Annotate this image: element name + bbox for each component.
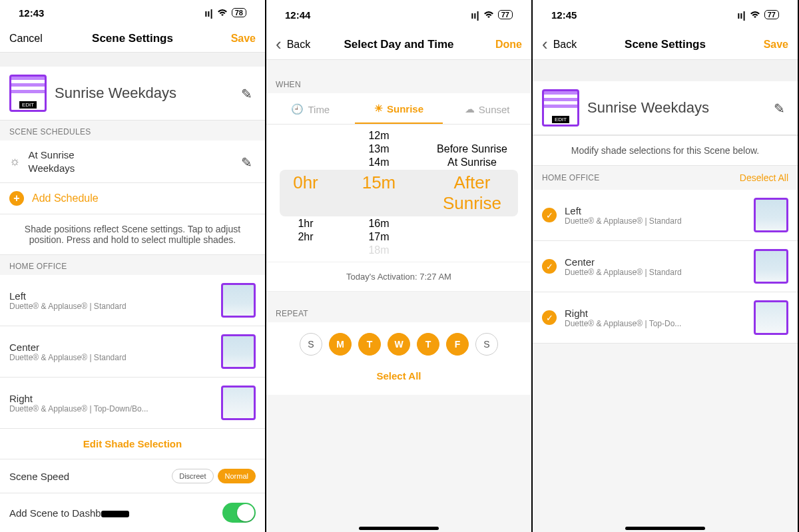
shade-sub: Duette® & Applause® | Standard xyxy=(565,268,746,277)
clock-icon: 🕘 xyxy=(291,103,304,115)
nav-title: Scene Settings xyxy=(92,32,173,45)
statusbar: 12:45 ıı| 77 xyxy=(533,0,798,29)
cancel-button[interactable]: Cancel xyxy=(9,33,43,45)
screen-scene-settings: 12:43 ıı| 78 Cancel Scene Settings Save … xyxy=(0,0,266,532)
add-to-dashboard-row: Add Scene to Dashb xyxy=(0,493,265,532)
statusbar: 12:44 ıı| 77 xyxy=(266,0,531,29)
shade-thumb[interactable] xyxy=(221,386,256,420)
shade-thumb[interactable] xyxy=(221,334,256,369)
shade-row[interactable]: Center Duette® & Applause® | Standard xyxy=(0,326,265,378)
clock: 12:45 xyxy=(551,9,577,21)
screen-select-day-time: 12:44 ıı| 77 Back Select Day and Time Do… xyxy=(266,0,533,532)
save-button[interactable]: Save xyxy=(764,39,788,51)
battery-icon: 77 xyxy=(498,10,513,19)
shade-sub: Duette® & Applause® | Standard xyxy=(565,216,746,226)
shade-name: Left xyxy=(565,205,746,216)
clock: 12:43 xyxy=(19,7,44,19)
speed-normal-button[interactable]: Normal xyxy=(218,469,256,483)
shade-row[interactable]: ✓ Center Duette® & Applause® | Standard xyxy=(533,241,798,292)
dashboard-label-prefix: Add Scene to Dashb xyxy=(9,507,101,519)
wifi-icon xyxy=(750,11,760,19)
scene-name: Sunrise Weekdays xyxy=(55,85,233,102)
scene-header-row: EDIT Sunrise Weekdays xyxy=(0,67,265,121)
cellular-icon: ıı| xyxy=(204,7,213,19)
cellular-icon: ıı| xyxy=(737,9,746,21)
shade-thumb[interactable] xyxy=(754,300,788,335)
day-thu[interactable]: T xyxy=(417,333,439,356)
tab-sunset[interactable]: ☁Sunset xyxy=(443,93,531,124)
day-sun[interactable]: S xyxy=(300,333,322,356)
when-tabs: 🕘Time ☀Sunrise ☁Sunset xyxy=(266,93,531,125)
section-header-schedules: SCENE SCHEDULES xyxy=(0,121,265,140)
navbar: Back Select Day and Time Done xyxy=(266,29,531,60)
check-icon: ✓ xyxy=(542,259,557,274)
shade-name: Center xyxy=(565,256,746,268)
redacted xyxy=(101,511,129,517)
shade-row[interactable]: Left Duette® & Applause® | Standard xyxy=(0,275,265,326)
dashboard-toggle[interactable] xyxy=(222,503,256,523)
scene-header-row: EDIT Sunrise Weekdays xyxy=(533,81,798,135)
plus-icon: + xyxy=(9,191,24,206)
shade-sub: Duette® & Applause® | Standard xyxy=(9,302,213,311)
cellular-icon: ıı| xyxy=(471,9,479,21)
shade-name: Left xyxy=(9,290,213,302)
check-icon: ✓ xyxy=(542,310,557,325)
add-schedule-row[interactable]: + Add Schedule xyxy=(0,183,265,214)
tab-time[interactable]: 🕘Time xyxy=(266,93,355,124)
shade-row[interactable]: Right Duette® & Applause® | Top-Down/Bo.… xyxy=(0,378,265,429)
shade-thumb[interactable] xyxy=(221,283,256,318)
scene-icon[interactable]: EDIT xyxy=(542,89,579,127)
save-button[interactable]: Save xyxy=(231,33,256,45)
day-wed[interactable]: W xyxy=(388,333,410,356)
battery-icon: 77 xyxy=(764,10,779,19)
day-fri[interactable]: F xyxy=(446,333,469,356)
shade-row[interactable]: ✓ Left Duette® & Applause® | Standard xyxy=(533,190,798,241)
clock: 12:44 xyxy=(285,9,310,21)
pencil-icon[interactable] xyxy=(774,101,788,115)
chevron-left-icon xyxy=(542,34,551,55)
shade-thumb[interactable] xyxy=(754,249,788,284)
section-header-repeat: REPEAT xyxy=(266,292,531,322)
back-button[interactable]: Back xyxy=(276,34,310,55)
room-label: HOME OFFICE xyxy=(542,173,600,182)
status-icons: ıı| 78 xyxy=(204,7,246,19)
sunrise-icon: ☀ xyxy=(374,103,383,115)
shade-sub: Duette® & Applause® | Top-Do... xyxy=(565,319,746,328)
edit-shade-selection-button[interactable]: Edit Shade Selection xyxy=(0,429,265,459)
shade-name: Center xyxy=(9,342,213,353)
deselect-all-button[interactable]: Deselect All xyxy=(740,172,788,183)
hint-text: Shade positions reflect Scene settings. … xyxy=(0,214,265,255)
section-header-when: WHEN xyxy=(266,60,531,93)
day-mon[interactable]: M xyxy=(329,333,352,356)
schedule-line1: At Sunrise xyxy=(29,148,234,162)
sunset-icon: ☁ xyxy=(465,103,475,115)
day-sat[interactable]: S xyxy=(475,333,498,356)
shade-name: Right xyxy=(565,308,746,319)
tab-sunrise[interactable]: ☀Sunrise xyxy=(355,93,443,124)
schedule-row[interactable]: ☼ At Sunrise Weekdays xyxy=(0,140,265,183)
screen-scene-shade-selection: 12:45 ıı| 77 Back Scene Settings Save ED… xyxy=(533,0,799,532)
scene-icon[interactable]: EDIT xyxy=(9,75,47,112)
pencil-icon[interactable] xyxy=(241,86,256,101)
time-offset-picker[interactable]: 12m 13mBefore Sunrise 14mAt Sunrise 0hr1… xyxy=(266,125,531,262)
status-icons: ıı| 77 xyxy=(737,9,779,21)
scene-speed-label: Scene Speed xyxy=(9,471,69,482)
wifi-icon xyxy=(217,9,228,17)
room-header: HOME OFFICE Deselect All xyxy=(533,166,798,190)
speed-discreet-button[interactable]: Discreet xyxy=(172,469,213,483)
shade-thumb[interactable] xyxy=(754,198,788,232)
scene-name: Sunrise Weekdays xyxy=(587,99,766,117)
section-header-room: HOME OFFICE xyxy=(0,255,265,275)
done-button[interactable]: Done xyxy=(495,39,522,51)
add-schedule-label: Add Schedule xyxy=(32,192,99,204)
activation-info: Today's Activation: 7:27 AM xyxy=(266,262,531,292)
navbar: Back Scene Settings Save xyxy=(533,29,798,60)
select-all-button[interactable]: Select All xyxy=(266,362,531,395)
shade-row[interactable]: ✓ Right Duette® & Applause® | Top-Do... xyxy=(533,292,798,344)
day-tue[interactable]: T xyxy=(358,333,381,356)
statusbar: 12:43 ıı| 78 xyxy=(0,0,265,26)
pencil-icon[interactable] xyxy=(241,154,256,169)
back-button[interactable]: Back xyxy=(542,34,577,55)
home-indicator xyxy=(625,527,705,530)
days-of-week: S M T W T F S xyxy=(266,322,531,362)
